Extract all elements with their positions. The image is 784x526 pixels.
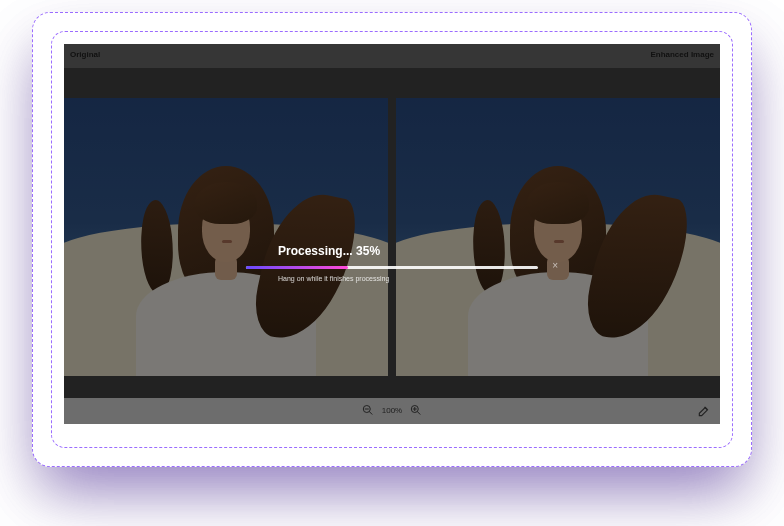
svg-line-1: [369, 412, 372, 415]
processing-note: Hang on while it finishes processing: [278, 275, 720, 282]
inner-frame: Original Enhanced Image: [51, 31, 733, 448]
svg-line-4: [418, 412, 421, 415]
zoom-value: 100%: [382, 406, 402, 415]
outer-frame: Original Enhanced Image: [32, 12, 752, 467]
edit-button[interactable]: [696, 403, 712, 419]
bottom-bar: 100%: [64, 398, 720, 424]
zoom-controls: 100%: [362, 404, 422, 416]
processing-percent: 35%: [356, 244, 380, 258]
processing-prefix: Processing...: [278, 244, 356, 258]
progress-fill: [246, 266, 348, 269]
processing-overlay: Processing... 35% × Hang on while it fin…: [64, 244, 720, 282]
progress-bar: ×: [246, 266, 538, 269]
dim-overlay: [64, 44, 720, 424]
close-button[interactable]: ×: [552, 260, 558, 271]
app-window: Original Enhanced Image: [64, 44, 720, 424]
zoom-out-icon[interactable]: [362, 404, 374, 416]
processing-title: Processing... 35%: [278, 244, 720, 258]
zoom-in-icon[interactable]: [410, 404, 422, 416]
